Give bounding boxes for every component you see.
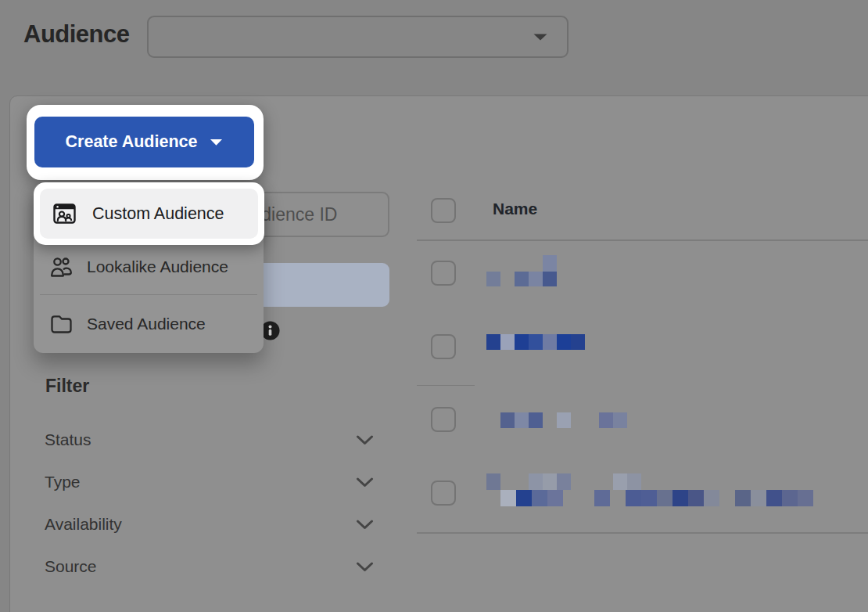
- redacted-text-block: [594, 490, 610, 506]
- column-header-name: Name: [493, 200, 537, 218]
- redacted-text-block: [543, 255, 557, 272]
- menu-divider: [40, 294, 257, 295]
- row-checkbox[interactable]: [431, 261, 456, 286]
- create-audience-spotlight: Create Audience: [27, 105, 264, 180]
- chevron-down-icon: [356, 562, 374, 572]
- create-audience-button[interactable]: Create Audience: [34, 117, 254, 167]
- redacted-text-block: [486, 334, 500, 350]
- redacted-text-block: [543, 334, 557, 350]
- redacted-text-block: [529, 272, 543, 286]
- folder-icon: [49, 313, 74, 335]
- redacted-text-block: [543, 272, 557, 286]
- redacted-text-block: [543, 473, 557, 490]
- redacted-text-block: [766, 490, 782, 506]
- redacted-text-block: [500, 412, 515, 428]
- table-bottom-divider: [417, 532, 868, 534]
- filter-row-availability[interactable]: Availability: [45, 513, 374, 536]
- menu-item-label: Saved Audience: [87, 315, 206, 333]
- redacted-text-block: [735, 490, 751, 506]
- redacted-text-block: [529, 334, 543, 350]
- page-title: Audience: [23, 20, 130, 49]
- filter-label: Source: [45, 557, 97, 576]
- row-checkbox[interactable]: [431, 481, 456, 506]
- redacted-text-block: [613, 473, 627, 490]
- redacted-text-block: [613, 412, 627, 428]
- redacted-text-block: [751, 490, 766, 506]
- filter-row-type[interactable]: Type: [45, 470, 374, 494]
- redacted-text-block: [500, 490, 516, 506]
- redacted-text-block: [515, 412, 529, 428]
- redacted-text-block: [571, 334, 585, 350]
- redacted-text-block: [798, 490, 813, 506]
- filter-label: Status: [45, 430, 91, 449]
- custom-audience-spotlight: Custom Audience: [34, 182, 264, 245]
- lookalike-audience-icon: [49, 256, 74, 279]
- redacted-text-block: [641, 490, 657, 506]
- caret-down-icon: [533, 33, 548, 41]
- redacted-text-block: [782, 490, 798, 506]
- redacted-text-block: [673, 490, 688, 506]
- chevron-down-icon: [356, 520, 374, 530]
- create-audience-label: Create Audience: [66, 132, 198, 152]
- redacted-text-block: [627, 473, 641, 490]
- redacted-text-block: [500, 334, 515, 350]
- redacted-text-block: [516, 490, 532, 506]
- redacted-text-block: [515, 272, 529, 286]
- table-header-divider: [417, 239, 868, 241]
- redacted-text-block: [599, 412, 613, 428]
- row-checkbox[interactable]: [431, 334, 456, 359]
- redacted-text-block: [515, 334, 529, 350]
- redacted-text-block: [657, 490, 673, 506]
- menu-item-label: Lookalike Audience: [87, 257, 228, 276]
- filter-row-source[interactable]: Source: [45, 555, 374, 578]
- audience-scope-select[interactable]: [147, 16, 569, 58]
- redacted-text-block: [486, 473, 500, 490]
- chevron-down-icon: [356, 435, 374, 445]
- chevron-down-icon: [356, 477, 374, 488]
- redacted-text-block: [626, 490, 641, 506]
- caret-down-icon: [210, 139, 223, 146]
- redacted-text-block: [704, 490, 719, 506]
- row-group-divider: [417, 385, 475, 386]
- redacted-text-block: [557, 412, 571, 428]
- menu-item-lookalike-audience[interactable]: Lookalike Audience: [40, 247, 257, 287]
- redacted-text-block: [529, 412, 543, 428]
- audiences-page: Audience Filter Status Type Availability: [0, 0, 868, 612]
- menu-item-custom-audience[interactable]: Custom Audience: [40, 189, 258, 239]
- menu-item-saved-audience[interactable]: Saved Audience: [40, 304, 257, 344]
- redacted-text-block: [547, 490, 563, 506]
- menu-item-label: Custom Audience: [92, 204, 224, 224]
- filter-label: Availability: [45, 515, 122, 534]
- select-all-checkbox[interactable]: [431, 198, 456, 223]
- redacted-text-block: [557, 473, 571, 490]
- redacted-text-block: [532, 490, 547, 506]
- filter-row-status[interactable]: Status: [45, 428, 374, 452]
- row-checkbox[interactable]: [431, 407, 456, 432]
- filter-label: Type: [45, 473, 81, 491]
- redacted-text-block: [688, 490, 704, 506]
- redacted-text-block: [529, 473, 543, 490]
- custom-audience-icon: [52, 202, 77, 225]
- redacted-text-block: [486, 272, 500, 286]
- filter-heading: Filter: [45, 376, 89, 397]
- redacted-text-block: [557, 334, 571, 350]
